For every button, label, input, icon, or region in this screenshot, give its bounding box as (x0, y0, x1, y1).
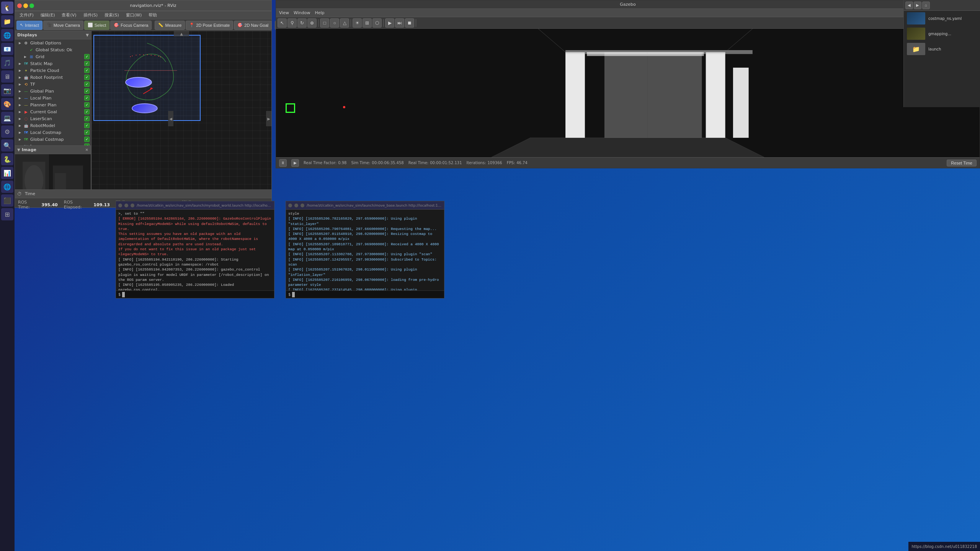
taskbar-email-icon[interactable]: 📧 (1, 43, 13, 55)
3d-wireframe-tool[interactable]: ⬡ (372, 18, 382, 28)
3d-grid-tool[interactable]: ⊞ (363, 18, 372, 28)
taskbar-photo-icon[interactable]: 📷 (1, 84, 13, 96)
display-global-status[interactable]: ✔ Global Status: Ok (15, 46, 91, 53)
image-panel-close-icon[interactable]: ✕ (85, 148, 88, 152)
display-robotmodel[interactable]: ▶ 🤖 RobotModel (15, 122, 91, 129)
3d-step-tool[interactable]: ⏭ (395, 18, 404, 28)
viewport-arrow-top[interactable]: ▲ (174, 31, 189, 36)
display-planner-plan[interactable]: ▶ — Planner Plan (15, 101, 91, 108)
taskbar-cube-icon[interactable]: ⬛ (1, 194, 13, 207)
pose-estimate-button[interactable]: 📍 2D Pose Estimate (186, 21, 233, 30)
interact-button[interactable]: ↖ Interact (16, 21, 42, 30)
display-global-plan[interactable]: ▶ — Global Plan (15, 88, 91, 95)
display-laserscan[interactable]: ▶ ◌ LaserScan (15, 115, 91, 122)
terminal-2-min[interactable] (294, 204, 298, 207)
terminal-2-max[interactable] (301, 204, 304, 207)
3d-scale-tool[interactable]: ⊕ (307, 18, 317, 28)
menu-plugins[interactable]: 插件(S) (80, 11, 101, 19)
focus-camera-button[interactable]: 🎯 Focus Camera (110, 21, 152, 30)
taskbar-files-icon[interactable]: 📁 (1, 15, 13, 28)
particle-cloud-checkbox[interactable] (84, 68, 90, 73)
current-goal-checkbox[interactable] (84, 109, 90, 114)
tf-checkbox[interactable] (84, 82, 90, 87)
rviz-viewport[interactable]: ◀ ▶ ▲ ▼ (91, 31, 271, 206)
display-local-plan[interactable]: ▶ — Local Plan (15, 95, 91, 101)
taskbar-system-icon[interactable]: 💻 (1, 112, 13, 124)
rviz-close-button[interactable] (17, 3, 22, 8)
3d-cylinder-tool[interactable]: △ (340, 18, 349, 28)
file-back-button[interactable]: ◀ (905, 2, 913, 9)
rviz3d-viewport[interactable] (276, 29, 980, 157)
3d-play-tool[interactable]: ▶ (385, 18, 394, 28)
rviz-minimize-button[interactable] (23, 3, 28, 8)
taskbar-music-icon[interactable]: 🎵 (1, 57, 13, 69)
file-forward-button[interactable]: ▶ (914, 2, 921, 9)
menu-file[interactable]: 文件(F) (16, 11, 37, 19)
viewport-arrow-left[interactable]: ◀ (168, 111, 173, 126)
terminal-1-close[interactable] (118, 204, 122, 207)
3d-translate-tool[interactable]: ⚲ (287, 18, 297, 28)
select-button[interactable]: ⬜ Select (84, 21, 110, 30)
measure-button[interactable]: 📏 Measure (155, 21, 185, 30)
taskbar-apps-icon[interactable]: 🐧 (1, 2, 13, 14)
displays-expand-icon[interactable]: ▼ (86, 33, 89, 37)
menu-edit[interactable]: 编辑(E) (38, 11, 58, 19)
taskbar-3d-icon[interactable]: 🌐 (1, 181, 13, 193)
gazebo-help-menu[interactable]: Help (315, 10, 324, 15)
terminal-1-input[interactable]: $ (116, 290, 274, 298)
display-static-map[interactable]: ▶ 🗺 Static Map (15, 60, 91, 67)
robot-footprint-checkbox[interactable] (84, 75, 90, 80)
display-global-options[interactable]: ▶ ⚙ Global Options (15, 39, 91, 46)
file-home-button[interactable]: ⌂ (922, 2, 930, 9)
3d-sphere-tool[interactable]: ○ (330, 18, 339, 28)
3d-stop-tool[interactable]: ⏹ (405, 18, 414, 28)
terminal-1-max[interactable] (131, 204, 134, 207)
robotmodel-checkbox[interactable] (84, 123, 90, 128)
local-plan-checkbox[interactable] (84, 95, 90, 101)
display-robot-footprint[interactable]: ▶ 🤖 Robot Footprint (15, 74, 91, 81)
taskbar-python-icon[interactable]: 🐍 (1, 153, 13, 165)
display-local-costmap[interactable]: ▶ 🗺 Local Costmap (15, 129, 91, 136)
display-particle-cloud[interactable]: ▶ ✦ Particle Cloud (15, 67, 91, 74)
3d-rotate-tool[interactable]: ↻ (297, 18, 307, 28)
file-item-gmapping[interactable]: gmapping... (904, 26, 980, 41)
local-costmap-checkbox[interactable] (84, 130, 90, 135)
menu-window[interactable]: 窗口(W) (123, 11, 145, 19)
terminal-2-close[interactable] (288, 204, 292, 207)
taskbar-browser-icon[interactable]: 🌐 (1, 29, 13, 41)
taskbar-rviz-icon[interactable]: 📊 (1, 167, 13, 179)
display-grid[interactable]: ▶ ⊞ Grid (15, 53, 91, 60)
terminal-2-input[interactable]: $ (286, 290, 444, 298)
grid-checkbox[interactable] (84, 54, 90, 59)
gazebo-window-menu[interactable]: Window (294, 10, 310, 15)
file-item-costmap[interactable]: costmap_ns.yaml (904, 11, 980, 26)
display-tf[interactable]: ▶ ⟲ TF (15, 81, 91, 88)
reset-time-button[interactable]: Reset Time (947, 160, 977, 166)
terminal-1-min[interactable] (124, 204, 128, 207)
menu-help[interactable]: 帮助 (145, 11, 160, 19)
pause-button[interactable]: ⏸ (279, 159, 287, 167)
taskbar-terminal-icon[interactable]: 🖥 (1, 70, 13, 83)
taskbar-art-icon[interactable]: 🎨 (1, 98, 13, 110)
viewport-arrow-right[interactable]: ▶ (266, 111, 271, 126)
3d-sun-tool[interactable]: ☀ (353, 18, 362, 28)
menu-view[interactable]: 查看(V) (59, 11, 79, 19)
step-button[interactable]: ▶ (291, 159, 299, 167)
display-global-costmap[interactable]: ▶ 🗺 Global Costmap (15, 136, 91, 143)
nav-goal-button[interactable]: 🎯 2D Nav Goal (234, 21, 272, 30)
static-map-checkbox[interactable] (84, 61, 90, 66)
rviz-maximize-button[interactable] (29, 3, 34, 8)
planner-plan-checkbox[interactable] (84, 102, 90, 108)
display-current-goal[interactable]: ▶ ▶ Current Goal (15, 108, 91, 115)
global-plan-checkbox[interactable] (84, 88, 90, 94)
file-item-launch[interactable]: 📁 launch (904, 41, 980, 57)
3d-select-tool[interactable]: ↖ (278, 18, 287, 28)
gazebo-view-menu[interactable]: View (279, 10, 289, 15)
menu-search[interactable]: 搜索(S) (101, 11, 122, 19)
taskbar-grid-icon[interactable]: ⊞ (1, 208, 13, 220)
3d-box-tool[interactable]: □ (320, 18, 329, 28)
global-costmap-checkbox[interactable] (84, 137, 90, 142)
taskbar-settings-icon[interactable]: ⚙ (1, 126, 13, 138)
move-camera-button[interactable]: 🎥 Move Camera (43, 21, 83, 30)
taskbar-search-icon[interactable]: 🔍 (1, 139, 13, 152)
